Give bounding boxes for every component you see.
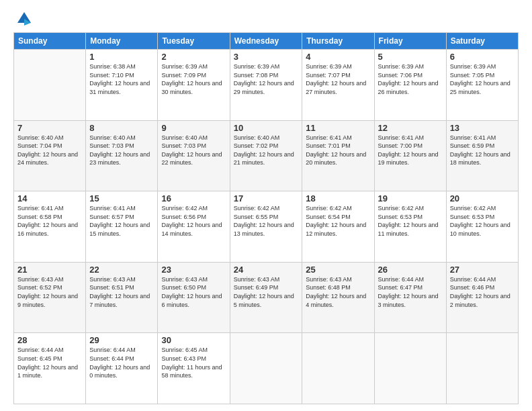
table-row: 3Sunrise: 6:39 AMSunset: 7:08 PMDaylight… (230, 50, 302, 121)
calendar-header-wednesday: Wednesday (230, 33, 302, 50)
table-row: 20Sunrise: 6:42 AMSunset: 6:53 PMDayligh… (446, 191, 518, 263)
table-row: 30Sunrise: 6:45 AMSunset: 6:43 PMDayligh… (158, 333, 230, 404)
table-row: 18Sunrise: 6:42 AMSunset: 6:54 PMDayligh… (302, 191, 374, 263)
calendar-header-monday: Monday (86, 33, 158, 50)
day-number: 18 (306, 193, 370, 203)
day-info: Sunrise: 6:40 AMSunset: 7:03 PMDaylight:… (89, 134, 154, 167)
day-info: Sunrise: 6:43 AMSunset: 6:51 PMDaylight:… (89, 275, 154, 309)
day-number: 5 (378, 52, 443, 62)
day-info: Sunrise: 6:43 AMSunset: 6:50 PMDaylight:… (161, 275, 226, 309)
day-number: 21 (17, 265, 82, 275)
table-row: 10Sunrise: 6:40 AMSunset: 7:02 PMDayligh… (230, 120, 302, 191)
day-info: Sunrise: 6:39 AMSunset: 7:09 PMDaylight:… (161, 62, 226, 96)
day-info: Sunrise: 6:41 AMSunset: 6:57 PMDaylight:… (89, 204, 154, 238)
day-info: Sunrise: 6:42 AMSunset: 6:54 PMDaylight:… (306, 204, 370, 238)
day-info: Sunrise: 6:40 AMSunset: 7:02 PMDaylight:… (234, 134, 299, 167)
day-number: 3 (234, 52, 299, 62)
day-number: 12 (378, 123, 443, 133)
day-info: Sunrise: 6:43 AMSunset: 6:49 PMDaylight:… (234, 275, 299, 309)
day-info: Sunrise: 6:38 AMSunset: 7:10 PMDaylight:… (89, 62, 154, 96)
day-info: Sunrise: 6:40 AMSunset: 7:04 PMDaylight:… (17, 134, 82, 167)
table-row: 24Sunrise: 6:43 AMSunset: 6:49 PMDayligh… (230, 262, 302, 333)
day-info: Sunrise: 6:39 AMSunset: 7:05 PMDaylight:… (450, 62, 515, 96)
day-info: Sunrise: 6:41 AMSunset: 7:00 PMDaylight:… (378, 134, 443, 167)
calendar-header-friday: Friday (374, 33, 446, 50)
day-info: Sunrise: 6:41 AMSunset: 7:01 PMDaylight:… (306, 134, 370, 167)
day-info: Sunrise: 6:44 AMSunset: 6:45 PMDaylight:… (17, 346, 82, 379)
day-number: 14 (17, 193, 82, 203)
calendar-header-saturday: Saturday (446, 33, 518, 50)
table-row (374, 333, 446, 404)
calendar-header-tuesday: Tuesday (158, 33, 230, 50)
day-number: 27 (450, 265, 515, 275)
table-row: 8Sunrise: 6:40 AMSunset: 7:03 PMDaylight… (86, 120, 158, 191)
calendar-header-sunday: Sunday (14, 33, 86, 50)
table-row: 5Sunrise: 6:39 AMSunset: 7:06 PMDaylight… (374, 50, 446, 121)
day-info: Sunrise: 6:42 AMSunset: 6:55 PMDaylight:… (234, 204, 299, 238)
table-row (230, 333, 302, 404)
calendar-header-thursday: Thursday (302, 33, 374, 50)
logo-icon (15, 9, 34, 28)
calendar-week-row: 1Sunrise: 6:38 AMSunset: 7:10 PMDaylight… (14, 50, 519, 121)
day-info: Sunrise: 6:42 AMSunset: 6:53 PMDaylight:… (378, 204, 443, 238)
day-number: 17 (234, 193, 299, 203)
table-row: 28Sunrise: 6:44 AMSunset: 6:45 PMDayligh… (14, 333, 86, 404)
table-row: 29Sunrise: 6:44 AMSunset: 6:44 PMDayligh… (86, 333, 158, 404)
calendar-week-row: 14Sunrise: 6:41 AMSunset: 6:58 PMDayligh… (14, 191, 519, 263)
table-row: 2Sunrise: 6:39 AMSunset: 7:09 PMDaylight… (158, 50, 230, 121)
day-number: 2 (161, 52, 226, 62)
day-info: Sunrise: 6:44 AMSunset: 6:46 PMDaylight:… (450, 275, 515, 309)
table-row: 25Sunrise: 6:43 AMSunset: 6:48 PMDayligh… (302, 262, 374, 333)
day-info: Sunrise: 6:39 AMSunset: 7:08 PMDaylight:… (234, 62, 299, 96)
day-number: 29 (89, 335, 154, 345)
day-number: 9 (161, 123, 226, 133)
day-info: Sunrise: 6:42 AMSunset: 6:56 PMDaylight:… (161, 204, 226, 238)
table-row: 1Sunrise: 6:38 AMSunset: 7:10 PMDaylight… (86, 50, 158, 121)
table-row: 4Sunrise: 6:39 AMSunset: 7:07 PMDaylight… (302, 50, 374, 121)
day-number: 16 (161, 193, 226, 203)
calendar: SundayMondayTuesdayWednesdayThursdayFrid… (13, 32, 519, 404)
day-info: Sunrise: 6:42 AMSunset: 6:53 PMDaylight:… (450, 204, 515, 238)
table-row: 26Sunrise: 6:44 AMSunset: 6:47 PMDayligh… (374, 262, 446, 333)
table-row: 21Sunrise: 6:43 AMSunset: 6:52 PMDayligh… (14, 262, 86, 333)
table-row: 6Sunrise: 6:39 AMSunset: 7:05 PMDaylight… (446, 50, 518, 121)
logo (13, 12, 34, 28)
day-number: 7 (17, 123, 82, 133)
table-row: 27Sunrise: 6:44 AMSunset: 6:46 PMDayligh… (446, 262, 518, 333)
day-info: Sunrise: 6:44 AMSunset: 6:47 PMDaylight:… (378, 275, 443, 309)
day-number: 10 (234, 123, 299, 133)
day-number: 8 (89, 123, 154, 133)
day-number: 15 (89, 193, 154, 203)
table-row: 22Sunrise: 6:43 AMSunset: 6:51 PMDayligh… (86, 262, 158, 333)
day-info: Sunrise: 6:45 AMSunset: 6:43 PMDaylight:… (161, 346, 226, 379)
day-number: 19 (378, 193, 443, 203)
day-number: 26 (378, 265, 443, 275)
table-row: 23Sunrise: 6:43 AMSunset: 6:50 PMDayligh… (158, 262, 230, 333)
table-row: 12Sunrise: 6:41 AMSunset: 7:00 PMDayligh… (374, 120, 446, 191)
table-row: 14Sunrise: 6:41 AMSunset: 6:58 PMDayligh… (14, 191, 86, 263)
table-row: 13Sunrise: 6:41 AMSunset: 6:59 PMDayligh… (446, 120, 518, 191)
day-info: Sunrise: 6:41 AMSunset: 6:59 PMDaylight:… (450, 134, 515, 167)
header (13, 12, 519, 28)
day-number: 13 (450, 123, 515, 133)
day-number: 25 (306, 265, 370, 275)
day-number: 22 (89, 265, 154, 275)
day-number: 6 (450, 52, 515, 62)
day-number: 30 (161, 335, 226, 345)
day-info: Sunrise: 6:39 AMSunset: 7:07 PMDaylight:… (306, 62, 370, 96)
day-info: Sunrise: 6:39 AMSunset: 7:06 PMDaylight:… (378, 62, 443, 96)
table-row: 17Sunrise: 6:42 AMSunset: 6:55 PMDayligh… (230, 191, 302, 263)
day-number: 20 (450, 193, 515, 203)
day-info: Sunrise: 6:43 AMSunset: 6:52 PMDaylight:… (17, 275, 82, 309)
calendar-week-row: 28Sunrise: 6:44 AMSunset: 6:45 PMDayligh… (14, 333, 519, 404)
calendar-week-row: 21Sunrise: 6:43 AMSunset: 6:52 PMDayligh… (14, 262, 519, 333)
table-row: 9Sunrise: 6:40 AMSunset: 7:03 PMDaylight… (158, 120, 230, 191)
table-row (302, 333, 374, 404)
day-info: Sunrise: 6:44 AMSunset: 6:44 PMDaylight:… (89, 346, 154, 379)
table-row: 7Sunrise: 6:40 AMSunset: 7:04 PMDaylight… (14, 120, 86, 191)
table-row: 16Sunrise: 6:42 AMSunset: 6:56 PMDayligh… (158, 191, 230, 263)
calendar-header-row: SundayMondayTuesdayWednesdayThursdayFrid… (14, 33, 519, 50)
table-row (14, 50, 86, 121)
day-number: 11 (306, 123, 370, 133)
day-info: Sunrise: 6:41 AMSunset: 6:58 PMDaylight:… (17, 204, 82, 238)
